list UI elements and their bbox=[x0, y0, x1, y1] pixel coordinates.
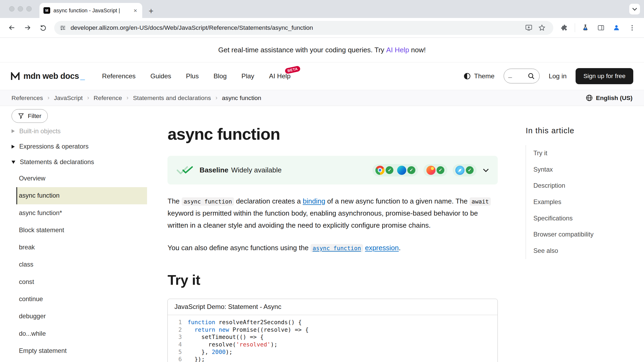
nav-link-references[interactable]: References bbox=[102, 72, 136, 80]
inline-link[interactable]: expression bbox=[365, 244, 399, 252]
nav-link-blog[interactable]: Blog bbox=[214, 72, 227, 80]
breadcrumb-item[interactable]: Statements and declarations bbox=[133, 94, 211, 102]
breadcrumb-separator: › bbox=[127, 95, 129, 101]
search-input[interactable]: _ bbox=[504, 69, 540, 83]
labs-button[interactable] bbox=[578, 21, 592, 35]
sidebar-section-label: Built-in objects bbox=[19, 128, 61, 135]
baseline-indicator[interactable]: Baseline Widely available ✓ ✓ ✓ ✓ bbox=[167, 156, 498, 184]
star-icon bbox=[538, 24, 546, 32]
browser-menu-button[interactable] bbox=[625, 21, 639, 35]
tab-search-chevron-button[interactable] bbox=[629, 4, 640, 14]
toc-item-see-also[interactable]: See also bbox=[526, 243, 644, 259]
side-panel-button[interactable] bbox=[594, 21, 608, 35]
tab-close-icon[interactable]: × bbox=[133, 7, 138, 14]
language-selector[interactable]: English (US) bbox=[586, 94, 633, 102]
inline-code-link[interactable]: async function bbox=[310, 244, 363, 252]
safari-icon bbox=[455, 166, 464, 175]
reload-icon bbox=[39, 24, 47, 32]
breadcrumb-item[interactable]: Reference bbox=[94, 94, 122, 102]
globe-icon bbox=[586, 94, 593, 101]
theme-button[interactable]: Theme bbox=[464, 72, 494, 80]
mdn-logo[interactable]: mdn web docs _ bbox=[11, 71, 85, 81]
breadcrumb-item-current: async function bbox=[222, 94, 261, 102]
sidebar-item-do-while[interactable]: do...while bbox=[16, 325, 147, 342]
demo-code-editor[interactable]: 1function resolveAfter2Seconds() {2 retu… bbox=[168, 315, 497, 362]
nav-link-play[interactable]: Play bbox=[241, 72, 254, 80]
extensions-button[interactable] bbox=[557, 21, 571, 35]
search-hint: _ bbox=[508, 71, 512, 79]
forward-button[interactable] bbox=[20, 21, 34, 35]
toc-sidebar: In this article Try it Syntax Descriptio… bbox=[506, 106, 644, 362]
header-actions: Theme _ Log in Sign up for free bbox=[464, 68, 633, 84]
theme-contrast-icon bbox=[464, 73, 471, 80]
browser-support-icons: ✓ ✓ ✓ ✓ bbox=[372, 164, 476, 176]
sidebar-section-label: Statements & declarations bbox=[20, 158, 94, 166]
sidebar-section-expressions-operators[interactable]: Expressions & operators bbox=[12, 139, 160, 154]
sidebar-item-empty-statement[interactable]: Empty statement bbox=[16, 342, 147, 359]
site-settings-button[interactable] bbox=[59, 24, 67, 32]
baseline-check-icon bbox=[177, 166, 193, 175]
sidebar-filter-button[interactable]: Filter bbox=[12, 109, 48, 123]
sidebar-item-class[interactable]: class bbox=[16, 256, 147, 273]
sidebar-item-block-statement[interactable]: Block statement bbox=[16, 221, 147, 239]
window-zoom-button[interactable] bbox=[26, 6, 32, 12]
toolbar-divider bbox=[575, 23, 575, 32]
signup-button[interactable]: Sign up for free bbox=[576, 68, 633, 84]
install-app-button[interactable] bbox=[523, 22, 535, 34]
window-minimize-button[interactable] bbox=[18, 6, 23, 12]
breadcrumb-item[interactable]: References bbox=[12, 94, 43, 102]
breadcrumb-bar: References › JavaScript › Reference › St… bbox=[0, 90, 644, 106]
sidebar-item-overview[interactable]: Overview bbox=[16, 170, 147, 187]
tab-strip: M async function - JavaScript | × + bbox=[0, 0, 644, 18]
flask-icon bbox=[581, 24, 589, 32]
language-label: English (US) bbox=[596, 94, 632, 102]
nav-link-guides[interactable]: Guides bbox=[150, 72, 171, 80]
sidebar-item-active-async-function[interactable]: async function bbox=[16, 187, 147, 204]
toc-list: Try it Syntax Description Examples Speci… bbox=[526, 145, 644, 259]
disclosure-triangle-down-icon bbox=[12, 161, 15, 164]
bookmark-button[interactable] bbox=[536, 22, 548, 34]
sidebar-item-debugger[interactable]: debugger bbox=[16, 308, 147, 325]
install-desktop-icon bbox=[525, 24, 533, 32]
reload-button[interactable] bbox=[36, 21, 50, 35]
toc-item-syntax[interactable]: Syntax bbox=[526, 161, 644, 178]
profile-button[interactable] bbox=[610, 21, 624, 35]
sidebar-item-async-function-star[interactable]: async function* bbox=[16, 204, 147, 221]
firefox-icon bbox=[426, 166, 436, 175]
new-tab-button[interactable]: + bbox=[149, 7, 153, 15]
promo-text-before: Get real-time assistance with your codin… bbox=[218, 46, 386, 54]
promo-banner: Get real-time assistance with your codin… bbox=[0, 38, 644, 62]
toc-item-specifications[interactable]: Specifications bbox=[526, 210, 644, 227]
baseline-expand-button[interactable] bbox=[483, 168, 489, 172]
demo-title: JavaScript Demo: Statement - Async bbox=[168, 299, 497, 315]
sidebar-section-built-in-objects[interactable]: Built-in objects bbox=[12, 124, 160, 139]
ai-help-banner-link[interactable]: AI Help bbox=[386, 46, 409, 54]
docs-sidebar: Filter Built-in objects Expressions & op… bbox=[0, 106, 160, 362]
address-bar[interactable]: developer.allizom.org/en-US/docs/Web/Jav… bbox=[54, 21, 553, 35]
sidebar-item-break[interactable]: break bbox=[16, 239, 147, 256]
window-close-button[interactable] bbox=[9, 6, 14, 12]
toc-item-try-it[interactable]: Try it bbox=[526, 145, 644, 161]
sidebar-item-continue[interactable]: continue bbox=[16, 290, 147, 308]
support-check-icon: ✓ bbox=[437, 166, 444, 174]
tab-title: async function - JavaScript | bbox=[53, 8, 130, 14]
breadcrumb-separator: › bbox=[47, 95, 49, 101]
nav-link-plus[interactable]: Plus bbox=[186, 72, 199, 80]
back-button[interactable] bbox=[5, 21, 19, 35]
mdn-logo-underscore: _ bbox=[80, 71, 85, 81]
beta-badge: BETA bbox=[285, 65, 301, 74]
toc-item-examples[interactable]: Examples bbox=[526, 194, 644, 210]
support-group-chromium: ✓ ✓ bbox=[372, 164, 418, 176]
disclosure-triangle-icon bbox=[12, 129, 15, 133]
toc-item-browser-compatibility[interactable]: Browser compatibility bbox=[526, 226, 644, 243]
sidebar-item-const[interactable]: const bbox=[16, 273, 147, 290]
login-link[interactable]: Log in bbox=[549, 72, 567, 80]
breadcrumb-item[interactable]: JavaScript bbox=[54, 94, 83, 102]
sidebar-item-list: Overview async function async function* … bbox=[16, 170, 147, 359]
browser-tab[interactable]: M async function - JavaScript | × bbox=[39, 3, 142, 18]
toc-item-description[interactable]: Description bbox=[526, 178, 644, 194]
inline-link[interactable]: binding bbox=[303, 197, 325, 205]
browser-window: M async function - JavaScript | × + deve… bbox=[0, 0, 644, 362]
sidebar-section-statements-declarations[interactable]: Statements & declarations bbox=[12, 154, 160, 170]
address-url[interactable]: developer.allizom.org/en-US/docs/Web/Jav… bbox=[71, 24, 522, 31]
